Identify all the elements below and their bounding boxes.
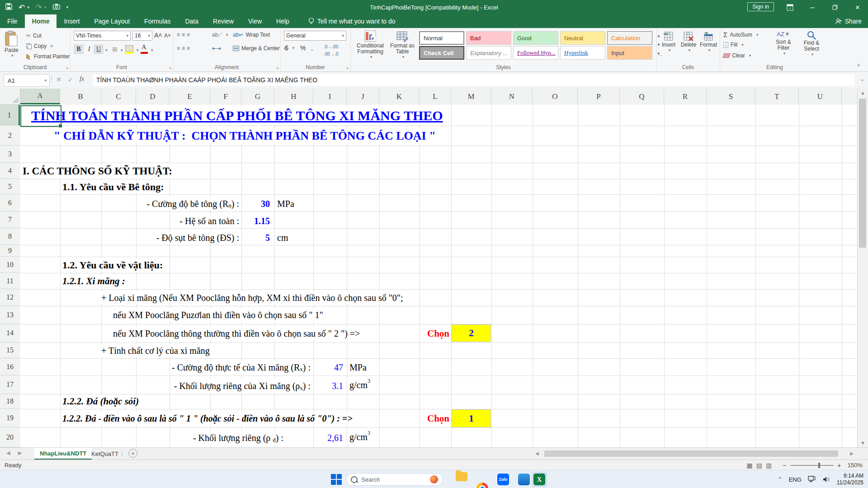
style-followed-hyperlink[interactable]: Followed Hyp... [513,46,558,60]
style-bad[interactable]: Bad [466,31,511,45]
tab-home[interactable]: Home [25,14,57,28]
row-header[interactable]: 13 [0,306,20,324]
cancel-icon[interactable]: ✕ [56,76,61,83]
blue-app-icon[interactable] [518,474,530,485]
column-header[interactable]: B [60,89,101,104]
underline-button[interactable]: U [94,44,104,54]
sheet-tab-nhaplieu[interactable]: NhapLieu&NDTT [34,448,92,460]
insert-function-icon[interactable]: fx [80,75,84,83]
column-header[interactable]: N [491,89,533,104]
tab-file[interactable]: File [0,14,25,28]
clock[interactable]: 9:14 AM 11/24/2025 [837,473,863,486]
scroll-up-icon[interactable]: ▲ [858,90,868,95]
tab-help[interactable]: Help [269,14,297,28]
row-header[interactable]: 6 [0,194,20,211]
underline-dropdown-icon[interactable]: ▾ [105,48,108,52]
restore-button[interactable] [825,0,845,14]
select-all-corner[interactable] [0,89,20,105]
cement-type-input-cell[interactable]: 2 [452,324,491,342]
cut-button[interactable]: ✂Cut [26,33,42,39]
fill-color-dropdown-icon[interactable]: ▾ [137,48,139,52]
row-header[interactable]: 16 [0,358,20,375]
row7-value[interactable]: 1.15 [253,215,271,227]
row-header[interactable]: 18 [0,394,20,409]
zalo-icon[interactable]: Zalo [497,474,509,485]
row8-value[interactable]: 5 [264,231,271,244]
column-header[interactable]: J [347,89,379,104]
share-button[interactable]: Share [835,14,862,28]
style-check-cell[interactable]: Check Cell [419,46,464,60]
row17-value[interactable]: 3.1 [330,379,344,393]
column-header[interactable]: E [170,89,210,104]
sign-in-button[interactable]: Sign in [747,2,774,11]
new-sheet-icon[interactable]: + [128,449,137,458]
row-header[interactable]: 4 [0,163,20,179]
font-color-dropdown-icon[interactable]: ▾ [151,48,153,52]
worksheet-grid[interactable] [20,105,858,447]
italic-button[interactable]: I [84,44,94,54]
column-header[interactable]: O [533,89,578,104]
insert-cells-button[interactable]: Insert▾ [659,31,678,52]
zoom-slider[interactable] [790,465,834,466]
comma-style-icon[interactable]: , [311,44,313,52]
zoom-in-icon[interactable]: + [837,461,841,469]
column-header[interactable]: S [707,89,755,104]
merge-center-button[interactable]: Merge & Center▾ [233,45,286,52]
expand-formula-bar-icon[interactable]: ⌄ [860,76,864,82]
increase-decimal-icon[interactable]: .0→.00 [324,44,338,49]
format-painter-button[interactable]: Format Painter [26,53,70,60]
column-header[interactable]: P [578,89,620,104]
stone-type-input-cell[interactable]: 1 [452,409,491,427]
column-header[interactable]: A [20,89,60,104]
zoom-level[interactable]: 150% [848,462,863,469]
file-explorer-icon[interactable] [456,472,467,481]
horizontal-scrollbar[interactable]: ◀ ▶ [533,450,855,458]
column-header[interactable]: T [755,89,799,104]
borders-icon[interactable]: ⊞ [110,44,120,54]
vertical-scrollbar[interactable]: ▲ ▼ [857,89,868,447]
font-family-select[interactable]: VNI-Times▾ [74,31,131,41]
column-header[interactable]: D [136,89,170,104]
row-header[interactable]: 2 [0,126,20,145]
row6-value[interactable]: 30 [259,197,271,210]
paste-button[interactable]: Paste▾ [5,31,19,58]
shrink-font-icon[interactable]: A˅ [164,33,171,39]
row-header[interactable]: 5 [0,179,20,194]
language-indicator[interactable]: ENG [789,476,802,483]
autosum-button[interactable]: ΣAutoSum▾ [723,31,758,38]
namebox-splitter[interactable]: ⋮ [49,76,55,83]
excel-taskbar-icon[interactable]: X [533,474,545,485]
collapse-ribbon-icon[interactable]: ˄ [857,62,860,68]
find-select-button[interactable]: Find & Select▾ [798,31,825,56]
row-header[interactable]: 12 [0,289,20,306]
horizontal-align-icons[interactable]: ≡≡≡ [177,45,192,52]
sheet-tab-ketquatt[interactable]: KetQuaTT [86,448,124,460]
row-header[interactable]: 8 [0,228,20,245]
column-header[interactable]: L [420,89,451,104]
sheet-nav-left-icon[interactable]: ◀ [6,450,10,456]
number-dialog-launcher-icon[interactable]: ↘ [345,66,349,70]
tab-insert[interactable]: Insert [57,14,87,28]
tab-page-layout[interactable]: Page Layout [87,14,137,28]
format-as-table-button[interactable]: Format as Table▾ [388,30,416,59]
copy-button[interactable]: Copy▾ [26,43,53,49]
column-header[interactable]: C [101,89,136,104]
tray-chevron-icon[interactable]: ⌃ [778,476,783,483]
speaker-icon[interactable] [822,476,830,483]
alignment-dialog-launcher-icon[interactable]: ↘ [275,66,279,70]
name-box[interactable]: A1▾ [4,74,50,87]
style-calculation[interactable]: Calculation [607,31,652,45]
column-header[interactable]: F [210,89,241,104]
format-cells-button[interactable]: Format▾ [699,31,718,52]
tell-me-box[interactable]: Tell me what you want to do [308,14,396,28]
hscroll-left-icon[interactable]: ◀ [535,451,539,456]
row-header[interactable]: 20 [0,427,20,447]
enter-icon[interactable]: ✓ [68,76,73,83]
font-color-icon[interactable]: A [142,43,146,51]
network-icon[interactable] [808,476,816,483]
font-size-select[interactable]: 16▾ [132,31,152,41]
row-header[interactable]: 10 [0,257,20,273]
column-header[interactable]: R [664,89,707,104]
column-header[interactable]: K [379,89,420,104]
row-header[interactable]: 1 [0,105,20,126]
